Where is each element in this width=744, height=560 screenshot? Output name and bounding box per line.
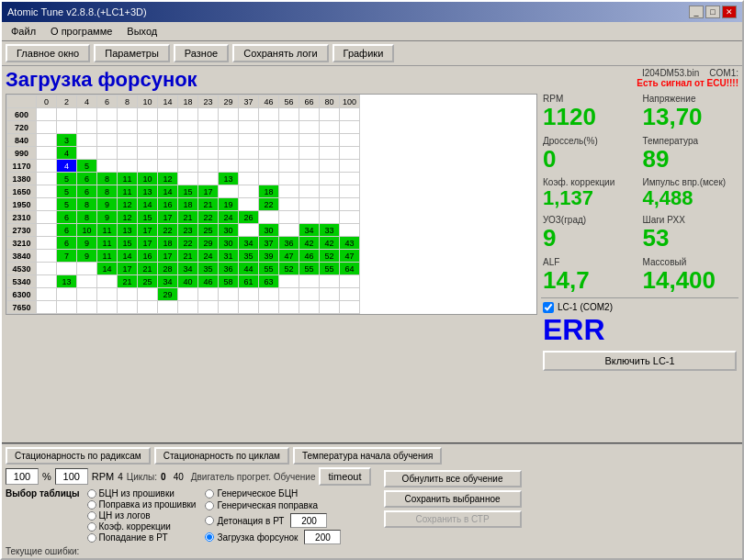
input-200-2[interactable]: [304, 530, 341, 544]
grid-cell[interactable]: 46: [198, 275, 219, 288]
grid-cell[interactable]: [178, 301, 198, 314]
grid-cell[interactable]: [320, 275, 340, 288]
grid-cell[interactable]: [37, 134, 57, 147]
grid-cell[interactable]: 26: [239, 211, 259, 224]
grid-cell[interactable]: [138, 301, 158, 314]
grid-cell[interactable]: 30: [259, 224, 279, 237]
grid-cell[interactable]: [219, 134, 239, 147]
grid-cell[interactable]: 34: [239, 237, 259, 250]
grid-cell[interactable]: 55: [299, 263, 320, 275]
menu-about[interactable]: О программе: [45, 24, 118, 39]
grid-cell[interactable]: [340, 173, 360, 185]
grid-cell[interactable]: [279, 121, 299, 134]
param1-input[interactable]: [6, 468, 39, 485]
grid-cell[interactable]: 43: [340, 237, 360, 250]
grid-cell[interactable]: 11: [118, 173, 138, 185]
grid-cell[interactable]: [340, 185, 360, 198]
grid-cell[interactable]: [239, 108, 259, 121]
grid-cell[interactable]: 14: [97, 263, 118, 275]
grid-cell[interactable]: 9: [97, 198, 118, 211]
grid-cell[interactable]: [320, 211, 340, 224]
grid-cell[interactable]: [219, 108, 239, 121]
grid-cell[interactable]: 21: [178, 211, 198, 224]
grid-cell[interactable]: 5: [77, 160, 97, 173]
grid-cell[interactable]: 25: [198, 224, 219, 237]
grid-cell[interactable]: 17: [158, 250, 178, 263]
grid-cell[interactable]: [178, 147, 198, 160]
grid-cell[interactable]: [158, 121, 178, 134]
grid-cell[interactable]: [118, 301, 138, 314]
grid-cell[interactable]: [279, 173, 299, 185]
grid-cell[interactable]: [77, 301, 97, 314]
grid-cell[interactable]: 7: [57, 250, 77, 263]
grid-cell[interactable]: [320, 134, 340, 147]
grid-cell[interactable]: [320, 147, 340, 160]
grid-cell[interactable]: [198, 301, 219, 314]
grid-cell[interactable]: [77, 288, 97, 301]
grid-cell[interactable]: 14: [138, 198, 158, 211]
grid-cell[interactable]: [178, 108, 198, 121]
grid-cell[interactable]: 34: [299, 224, 320, 237]
grid-cell[interactable]: 11: [97, 237, 118, 250]
radio-koef-korr[interactable]: [87, 522, 96, 532]
grid-cell[interactable]: 10: [138, 173, 158, 185]
grid-cell[interactable]: 6: [77, 173, 97, 185]
grid-cell[interactable]: 40: [178, 275, 198, 288]
grid-cell[interactable]: 17: [138, 224, 158, 237]
grid-cell[interactable]: [239, 147, 259, 160]
grid-cell[interactable]: 11: [97, 250, 118, 263]
grid-cell[interactable]: [259, 147, 279, 160]
grid-cell[interactable]: 8: [77, 198, 97, 211]
grid-cell[interactable]: [198, 147, 219, 160]
grid-cell[interactable]: 21: [198, 198, 219, 211]
grid-cell[interactable]: 47: [340, 250, 360, 263]
grid-cell[interactable]: [299, 160, 320, 173]
grid-cell[interactable]: 64: [340, 263, 360, 275]
grid-cell[interactable]: [77, 134, 97, 147]
grid-cell[interactable]: 5: [57, 198, 77, 211]
btn-save-selected[interactable]: Сохранить выбранное: [384, 490, 522, 508]
grid-cell[interactable]: 12: [118, 198, 138, 211]
grid-cell[interactable]: [118, 134, 138, 147]
close-button[interactable]: ✕: [722, 6, 737, 18]
radio-bcn-proshivka[interactable]: [87, 489, 96, 498]
grid-cell[interactable]: 5: [57, 185, 77, 198]
grid-cell[interactable]: 11: [97, 224, 118, 237]
grid-cell[interactable]: [259, 301, 279, 314]
input-200-1[interactable]: [290, 513, 327, 528]
grid-cell[interactable]: [340, 134, 360, 147]
grid-cell[interactable]: [279, 160, 299, 173]
grid-cell[interactable]: [138, 288, 158, 301]
radio-gen-popravka[interactable]: [205, 501, 214, 510]
grid-cell[interactable]: [219, 121, 239, 134]
grid-cell[interactable]: 63: [259, 275, 279, 288]
grid-cell[interactable]: 12: [118, 211, 138, 224]
grid-cell[interactable]: [259, 121, 279, 134]
grid-cell[interactable]: [37, 224, 57, 237]
radio-popravka-proshivka[interactable]: [87, 500, 96, 510]
grid-cell[interactable]: 15: [178, 185, 198, 198]
btn-main-window[interactable]: Главное окно: [6, 44, 90, 62]
radio-zagruzka[interactable]: [205, 532, 214, 542]
grid-cell[interactable]: [259, 134, 279, 147]
grid-cell[interactable]: 22: [198, 211, 219, 224]
grid-cell[interactable]: [340, 160, 360, 173]
grid-cell[interactable]: 13: [138, 185, 158, 198]
grid-cell[interactable]: [97, 147, 118, 160]
grid-cell[interactable]: [138, 108, 158, 121]
grid-cell[interactable]: [320, 185, 340, 198]
btn-zero-all[interactable]: Обнулить все обучение: [384, 470, 522, 487]
grid-cell[interactable]: [340, 211, 360, 224]
grid-cell[interactable]: [138, 134, 158, 147]
grid-cell[interactable]: 25: [138, 275, 158, 288]
grid-cell[interactable]: [37, 275, 57, 288]
stat-btn-radix[interactable]: Стационарность по радиксам: [6, 447, 151, 465]
grid-cell[interactable]: 55: [320, 263, 340, 275]
radio-popadanie-rt[interactable]: [87, 533, 96, 543]
stat-btn-cycles[interactable]: Стационарность по циклам: [154, 447, 289, 465]
grid-cell[interactable]: [97, 108, 118, 121]
grid-cell[interactable]: 17: [118, 263, 138, 275]
grid-cell[interactable]: [239, 121, 259, 134]
grid-cell[interactable]: 4: [57, 160, 77, 173]
grid-cell[interactable]: [37, 198, 57, 211]
